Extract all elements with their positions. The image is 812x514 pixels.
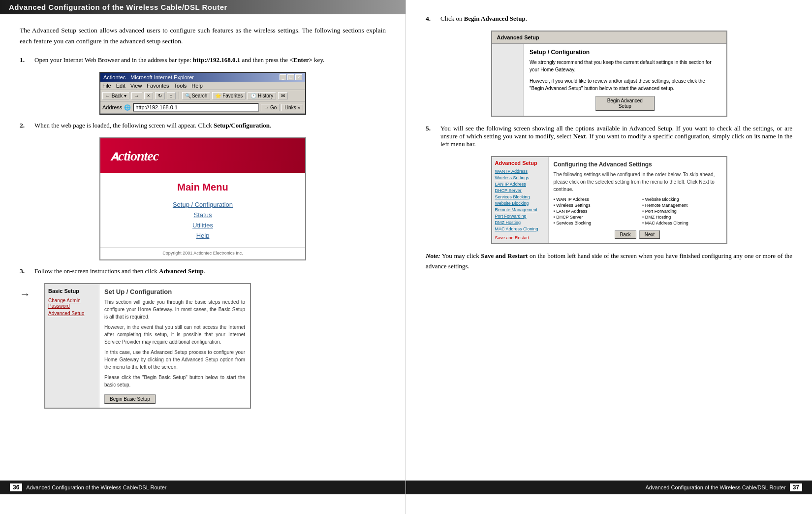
step-1-bold: http://192.168.0.1 xyxy=(193,56,240,64)
step-4-bold: Begin Advanced Setup xyxy=(464,15,526,22)
step-4-text2: . xyxy=(526,15,527,22)
setup-content-p1: This section will guide you through the … xyxy=(104,298,245,321)
ie-history-btn[interactable]: 🕐 History xyxy=(248,92,276,99)
adv-nav-dmz[interactable]: DMZ Hosting xyxy=(495,220,545,225)
setup-config-screenshot: Basic Setup Change Admin Password Advanc… xyxy=(44,283,251,409)
step-2-bold2: Setup/Configuration xyxy=(214,122,270,129)
ie-minimize-btn[interactable]: _ xyxy=(280,74,286,80)
right-footer: Advanced Configuration of the Wireless C… xyxy=(406,481,812,494)
step-3-bold: Advanced Setup xyxy=(159,267,204,275)
step-1-number: 1. xyxy=(20,56,34,64)
step-5-bold: Next xyxy=(573,132,586,140)
right-footer-right: Advanced Configuration of the Wireless C… xyxy=(646,483,803,491)
actiontec-setup-link[interactable]: Setup / Configuration xyxy=(173,201,233,208)
adv-bullet-2: • Wireless Settings xyxy=(554,203,633,208)
adv-config-text: The following settings will be configure… xyxy=(554,171,721,193)
left-footer-text: Advanced Configuration of the Wireless C… xyxy=(26,484,166,490)
setup-content-title: Set Up / Configuration xyxy=(104,288,245,295)
step-2-text3: . xyxy=(270,122,271,129)
ie-titlebar: Actiontec - Microsoft Internet Explorer … xyxy=(100,73,305,82)
right-page-number: 37 xyxy=(790,483,802,491)
adv-bullet-4: • DHCP Server xyxy=(554,215,633,220)
adv-back-btn[interactable]: Back xyxy=(615,230,636,239)
ie-close-btn[interactable]: × xyxy=(295,74,302,80)
adv-bullets-row: • WAN IP Address • Wireless Settings • L… xyxy=(554,197,721,226)
adv-nav-mac[interactable]: MAC Address Cloning xyxy=(495,226,545,231)
ie-forward-btn[interactable]: → xyxy=(131,92,142,99)
adv-nav-services[interactable]: Services Blocking xyxy=(495,194,545,199)
adv-setup-inner: Setup / Configuration We strongly recomm… xyxy=(492,44,726,116)
actiontec-utilities-link[interactable]: Utilities xyxy=(192,222,213,229)
adv-next-btn[interactable]: Next xyxy=(639,230,660,239)
ie-links-btn[interactable]: Links » xyxy=(281,104,303,111)
ie-mail-btn[interactable]: ✉ xyxy=(278,92,288,99)
ie-maximize-btn[interactable]: □ xyxy=(287,74,294,80)
step-1-text3: key. xyxy=(312,56,324,64)
step-1: 1. Open your Internet Web Browser and in… xyxy=(20,56,386,64)
ie-go-btn[interactable]: → Go xyxy=(261,104,280,111)
adv-nav-lan-ip[interactable]: LAN IP Address xyxy=(495,182,545,187)
adv-nav-wireless[interactable]: Wireless Settings xyxy=(495,175,545,180)
step-1-content: Open your Internet Web Browser and in th… xyxy=(34,56,386,64)
ie-menu-file[interactable]: File xyxy=(102,83,111,89)
left-footer: 36 Advanced Configuration of the Wireles… xyxy=(0,481,406,494)
right-page-content: 4. Click on Begin Advanced Setup. Advanc… xyxy=(406,4,812,282)
ie-menu-tools[interactable]: Tools xyxy=(174,83,187,89)
setup-nav-admin[interactable]: Change Admin Password xyxy=(48,298,96,309)
ie-menu-edit[interactable]: Edit xyxy=(116,83,125,89)
step-2-text2: screen will appear. Click xyxy=(147,122,214,129)
ie-search-btn[interactable]: 🔍 Search xyxy=(182,92,211,99)
adv-config-screenshot: Advanced Setup WAN IP Address Wireless S… xyxy=(491,156,727,244)
setup-nav-advanced[interactable]: Advanced Setup xyxy=(48,311,96,316)
adv-nav-save[interactable]: Save and Restart xyxy=(495,235,545,240)
setup-right-content: Set Up / Configuration This section will… xyxy=(99,284,250,408)
step-5-content: You will see the following screen showin… xyxy=(440,125,792,148)
adv-setup-title: Setup / Configuration xyxy=(530,49,720,56)
adv-config-title: Configuring the Advanced Settings xyxy=(554,161,721,168)
begin-advanced-setup-btn[interactable]: Begin Advanced Setup xyxy=(595,96,655,111)
step-3-text2: . xyxy=(204,267,205,275)
right-footer-text: Advanced Configuration of the Wireless C… xyxy=(646,484,786,490)
adv-nav-buttons: Back Next xyxy=(554,230,721,239)
left-header-banner: Advanced Configuration of the Wireless C… xyxy=(0,0,406,14)
ie-refresh-btn[interactable]: ↻ xyxy=(155,92,165,99)
step-2-bold: following xyxy=(122,122,147,129)
step-1-text: Open your Internet Web Browser and in th… xyxy=(34,56,193,64)
ie-home-btn[interactable]: ⌂ xyxy=(167,92,176,99)
adv-nav-website[interactable]: Website Blocking xyxy=(495,201,545,206)
begin-basic-setup-btn[interactable]: Begin Basic Setup xyxy=(104,394,156,404)
step-1-text2: and then press the xyxy=(240,56,289,64)
adv-setup-main-content: Setup / Configuration We strongly recomm… xyxy=(524,44,726,116)
ie-back-btn[interactable]: ← Back ▾ xyxy=(102,92,129,99)
ie-stop-btn[interactable]: × xyxy=(144,92,153,99)
adv-bullets-col2: • Website Blocking • Remote Management •… xyxy=(642,197,721,226)
adv-bullet-9: • DMZ Hosting xyxy=(642,215,721,220)
ie-titlebar-buttons: _ □ × xyxy=(280,74,302,80)
adv-nav-dhcp[interactable]: DHCP Server xyxy=(495,188,545,193)
adv-nav-wan-ip[interactable]: WAN IP Address xyxy=(495,169,545,174)
ie-menu-view[interactable]: View xyxy=(130,83,142,89)
ie-address-bar: Address 🌐 → Go Links » xyxy=(100,101,305,114)
ie-menu-favorites[interactable]: Favorites xyxy=(147,83,169,89)
actiontec-status-link[interactable]: Status xyxy=(194,211,212,219)
adv-nav-remote[interactable]: Remote Management xyxy=(495,207,545,212)
ie-menu-help[interactable]: Help xyxy=(191,83,203,89)
ie-favorites-btn[interactable]: ⭐ Favorites xyxy=(212,92,246,99)
actiontec-help-link[interactable]: Help xyxy=(196,232,210,239)
adv-config-left-nav: Advanced Setup WAN IP Address Wireless S… xyxy=(492,157,549,243)
ie-address-label: Address xyxy=(102,104,122,110)
actiontec-header: ᴀctiontec xyxy=(100,138,305,173)
setup-content-p3: In this case, use the Advanced Setup pro… xyxy=(104,349,245,371)
adv-bullet-5: • Services Blocking xyxy=(554,221,633,225)
right-page: 4. Click on Begin Advanced Setup. Advanc… xyxy=(406,0,812,514)
adv-bullet-7: • Remote Management xyxy=(642,203,721,208)
setup-left-nav: Basic Setup Change Admin Password Advanc… xyxy=(45,284,99,408)
left-page: Advanced Configuration of the Wireless C… xyxy=(0,0,406,514)
adv-nav-port[interactable]: Port Forwarding xyxy=(495,214,545,219)
note-label: Note: xyxy=(426,252,440,259)
step-5-number: 5. xyxy=(426,125,440,132)
adv-setup-spacer xyxy=(492,44,524,116)
ie-address-input[interactable] xyxy=(133,103,259,112)
setup-content-p2: However, in the event that you still can… xyxy=(104,323,245,346)
adv-bullet-6: • Website Blocking xyxy=(642,197,721,202)
